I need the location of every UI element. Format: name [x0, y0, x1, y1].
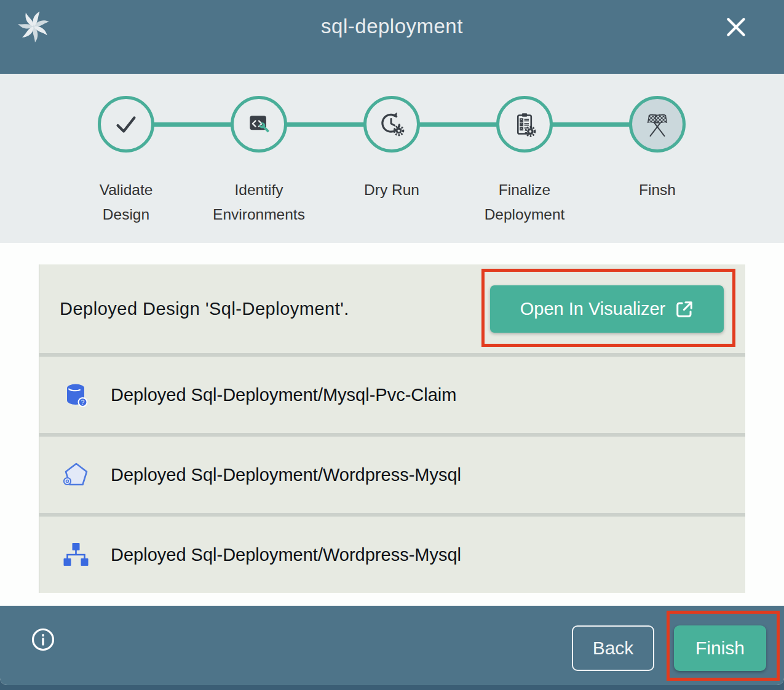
deployment-summary-row: Deployed Design 'Sql-Deployment'. Open I…: [39, 264, 745, 353]
hierarchy-icon: [61, 541, 90, 569]
step-label-finish: Finsh: [590, 178, 725, 202]
step-label-identify-environments: Identify Environments: [191, 178, 327, 226]
deployed-resource-text: Deployed Sql-Deployment/Wordpress-Mysql: [111, 545, 461, 565]
info-icon: [31, 627, 55, 652]
open-in-visualizer-button[interactable]: Open In Visualizer: [490, 285, 724, 333]
deployed-resource-row: Deployed Sql-Deployment/Wordpress-Mysql: [39, 437, 745, 513]
deployment-summary-text: Deployed Design 'Sql-Deployment'.: [60, 299, 349, 319]
close-button[interactable]: [723, 14, 750, 41]
open-in-new-icon: [675, 300, 694, 319]
deployed-resource-row: Deployed Sql-Deployment/Wordpress-Mysql: [39, 517, 745, 593]
deployed-resource-text: Deployed Sql-Deployment/Mysql-Pvc-Claim: [111, 385, 456, 405]
close-icon: [724, 15, 748, 39]
check-icon: [112, 110, 140, 138]
step-finalize-deployment[interactable]: [496, 96, 553, 153]
step-validate-design[interactable]: [98, 96, 154, 153]
step-label-finalize-deployment: Finalize Deployment: [457, 178, 592, 226]
step-finish[interactable]: [629, 96, 686, 153]
modal-footer: Back Finish: [0, 606, 784, 685]
info-button[interactable]: [31, 627, 55, 652]
finish-button[interactable]: Finish: [674, 625, 766, 671]
step-identify-environments[interactable]: [231, 96, 287, 153]
step-label-dry-run: Dry Run: [324, 178, 459, 202]
database-icon: ?: [61, 381, 90, 409]
finalize-clipboard-icon: [511, 111, 539, 138]
wizard-stepper: Validate Design Identify Environments: [0, 74, 784, 243]
dry-run-icon: [378, 110, 406, 138]
modal-title: sql-deployment: [0, 15, 784, 38]
svg-text:?: ?: [81, 399, 85, 406]
finish-flags-icon: [643, 110, 671, 138]
back-button[interactable]: Back: [572, 625, 654, 671]
modal-header: sql-deployment: [0, 0, 784, 74]
results-panel: Deployed Design 'Sql-Deployment'. Open I…: [0, 243, 784, 606]
deployment-results-list: Deployed Design 'Sql-Deployment'. Open I…: [39, 264, 745, 593]
step-label-validate-design: Validate Design: [58, 178, 194, 226]
deployed-resource-text: Deployed Sql-Deployment/Wordpress-Mysql: [111, 465, 461, 485]
step-dry-run[interactable]: [363, 96, 420, 153]
open-in-visualizer-label: Open In Visualizer: [520, 299, 665, 319]
code-configure-icon: [245, 111, 272, 138]
deployment-wizard-modal: sql-deployment Validate Design: [0, 0, 784, 685]
deployed-resource-row: ? Deployed Sql-Deployment/Mysql-Pvc-Clai…: [39, 357, 745, 433]
pentagon-icon: [61, 461, 90, 489]
